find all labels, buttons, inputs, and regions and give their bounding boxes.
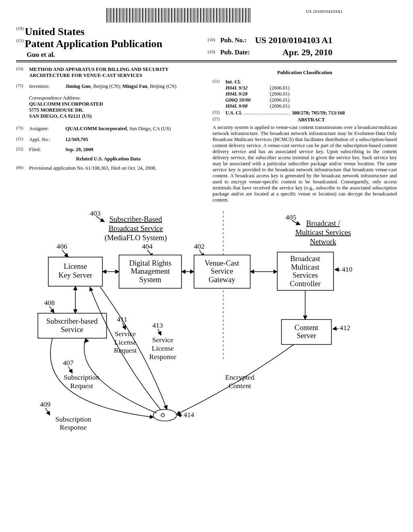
code-73: (73): [16, 126, 29, 132]
fig-num-403: 403: [90, 209, 101, 217]
fig-num-402: 402: [194, 242, 204, 250]
abstract-text: A security system is applied to venue-ca…: [213, 125, 397, 203]
fig-b412a: Content: [294, 323, 319, 332]
pubdate-label: Pub. Date:: [220, 49, 250, 56]
svg-point-12: [153, 409, 177, 421]
fig-b410a: Broadcast: [290, 254, 320, 263]
figure-diagram: .box { fill: #fff; stroke: #000; stroke-…: [16, 207, 397, 465]
uscl-value: 380/278; 705/59; 713/168: [292, 110, 345, 116]
correspondence-line-3: SAN DIEGO, CA 92121 (US): [29, 113, 200, 119]
code-60: (60): [16, 165, 29, 171]
code-75: (75): [16, 83, 29, 89]
inventor-1-name: Jiming Guo: [65, 83, 91, 89]
fig-num-413: 413: [152, 321, 163, 329]
fig-b404c: System: [139, 275, 161, 284]
header-row: (19) United States (12) Patent Applicati…: [16, 26, 397, 59]
uscl-label: U.S. Cl.: [225, 110, 242, 116]
fig-t405c: Network: [310, 237, 337, 246]
filed-value: Sep. 29, 2009: [65, 147, 200, 153]
fig-num-411: 411: [117, 315, 127, 323]
fig-t403c: (MediaFLO System): [104, 233, 167, 242]
barcode-area: US 20100104103A1: [16, 8, 397, 24]
inventors-value: Jiming Guo, Beijing (CN); Mingxi Fan, Be…: [65, 83, 200, 89]
publication-type: Patent Application Publication: [25, 38, 163, 50]
inventor-1-loc: , Beijing (CN);: [91, 83, 122, 89]
pubno-label: Pub. No.:: [220, 37, 246, 44]
pubno-value: US 2010/0104103 A1: [255, 35, 332, 45]
inventor-2-name: Mingxi Fan: [122, 83, 147, 89]
correspondence-line-2: 5775 MOREHOUSE DR.: [29, 107, 200, 113]
filed-label: Filed:: [29, 147, 65, 153]
fig-t409b: Response: [60, 423, 87, 431]
code-57: (57): [213, 117, 225, 123]
fig-tEnc2: Content: [229, 382, 251, 390]
fig-b410c: Services: [292, 271, 318, 279]
fig-t411c: Request: [114, 346, 137, 354]
assignee-loc: , San Diego, CA (US): [127, 126, 171, 131]
fig-t409a: Subscription: [55, 415, 91, 423]
uscl-line: U.S. Cl. ............................ 38…: [225, 110, 397, 116]
left-column: (54) METHOD AND APPARATUS FOR BILLING AN…: [16, 66, 200, 203]
svg-marker-14: [83, 338, 89, 343]
code-10: (10): [208, 37, 215, 42]
invention-title: METHOD AND APPARATUS FOR BILLING AND SEC…: [29, 66, 200, 79]
code-12: (12): [16, 38, 23, 43]
ipc-date-0: (2006.01): [270, 85, 290, 91]
related-data-heading: Related U.S. Application Data: [16, 156, 200, 162]
fig-num-412: 412: [340, 324, 350, 332]
divider-thin: [16, 62, 397, 62]
bibliographic-columns: (54) METHOD AND APPARATUS FOR BILLING AN…: [16, 66, 397, 203]
fig-b402c: Gateway: [209, 275, 236, 284]
uscl-dots: ............................: [242, 110, 292, 116]
inventors-label: Inventors:: [29, 83, 65, 89]
ipc-row-0: H04L 9/32(2006.01): [225, 85, 397, 91]
correspondence-block: Correspondence Address: QUALCOMM INCORPO…: [29, 95, 200, 119]
ipc-date-1: (2006.01): [270, 91, 290, 97]
inventor-2-loc: , Beijing (CN): [148, 83, 177, 89]
fig-t405a: Broadcast /: [306, 219, 340, 227]
provisional-text: Provisional application No. 61/108,363, …: [29, 165, 200, 171]
ipc-row-3: H04L 9/08(2006.01): [225, 103, 397, 109]
correspondence-label: Correspondence Address:: [29, 95, 200, 101]
fig-b408a: Subscriber-based: [46, 317, 98, 325]
ipc-date-2: (2006.01): [270, 97, 290, 103]
code-51: (51): [213, 79, 225, 109]
fig-b406b: Key Server: [58, 271, 93, 279]
ipc-date-3: (2006.01): [270, 103, 290, 109]
ipc-code-0: H04L 9/32: [225, 85, 270, 91]
fig-t411b: License: [114, 338, 136, 346]
assignee-value: QUALCOMM Incorporated, San Diego, CA (US…: [65, 126, 200, 132]
ipc-code-3: H04L 9/08: [225, 103, 270, 109]
fig-t403a: Subscriber-Based: [109, 215, 162, 223]
intcl-label: Int. Cl.: [225, 79, 397, 85]
fig-num-409: 409: [40, 400, 51, 408]
fig-t411a: Service: [115, 330, 136, 338]
fig-t413a: Service: [152, 336, 173, 344]
author-line: Guo et al.: [27, 51, 206, 59]
fig-num-410: 410: [342, 265, 353, 273]
fig-num-405: 405: [286, 213, 296, 221]
fig-num-406: 406: [56, 242, 67, 250]
pubdate-value: Apr. 29, 2010: [282, 47, 332, 57]
fig-num-414: 414: [184, 411, 194, 419]
abstract-label: ABSTRACT: [225, 117, 397, 123]
fig-b410d: Controller: [290, 279, 321, 288]
fig-b406a: License: [64, 262, 87, 270]
fig-num-408: 408: [44, 299, 55, 307]
fig-b404a: Digital Rights: [129, 259, 171, 267]
ipc-code-1: H04L 9/28: [225, 91, 270, 97]
code-52: (52): [213, 110, 225, 116]
fig-t403b: Broadcast Service: [108, 224, 163, 233]
fig-b404b: Management: [131, 267, 170, 275]
code-22: (22): [16, 147, 29, 153]
pub-info-table: (10) Pub. No.: US 2010/0104103 A1 (43) P…: [206, 34, 337, 59]
applno-label: Appl. No.:: [29, 137, 65, 143]
assignee-name: QUALCOMM Incorporated: [65, 126, 127, 131]
barcode-number: US 20100104103A1: [252, 9, 397, 14]
fig-t413b: License: [152, 344, 174, 352]
correspondence-line-1: QUALCOMM INCORPORATED: [29, 101, 200, 107]
ipc-row-2: G06Q 50/00(2006.01): [225, 97, 397, 103]
fig-num-407: 407: [63, 359, 74, 367]
barcode-graphic: [106, 8, 252, 23]
divider-thick: [16, 60, 397, 61]
